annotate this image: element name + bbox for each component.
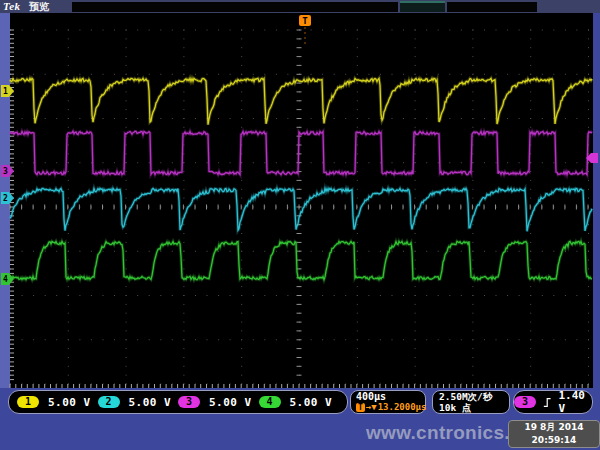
top-bar: Tek 预览 <box>0 0 600 13</box>
channel2-readout[interactable]: 2 5.00 V <box>98 396 179 409</box>
channel2-marker-label: 2 <box>3 194 8 203</box>
trigger-position-value: 13.2000μs <box>378 403 427 412</box>
waveform-plot: 3124T <box>0 0 600 450</box>
channel4-scale: 5.00 V <box>290 396 333 409</box>
trigger-position-arrows-icon: →▼ <box>366 403 377 412</box>
timebase-scale: 400μs <box>356 392 386 402</box>
menu-bar-indicator <box>400 1 445 12</box>
trigger-readout[interactable]: 3 1.40 V <box>513 390 593 414</box>
menu-bar-strip <box>72 2 398 12</box>
trigger-level: 1.40 V <box>558 389 592 415</box>
trace-glow-ch3 <box>10 131 592 174</box>
sample-rate: 2.50M次/秒 <box>439 392 492 402</box>
tek-logo: Tek <box>3 0 21 13</box>
record-length: 10k 点 <box>439 403 471 413</box>
channel4-marker-label: 4 <box>3 275 8 284</box>
channel3-scale: 5.00 V <box>209 396 252 409</box>
channel3-readout[interactable]: 3 5.00 V <box>178 396 259 409</box>
trigger-source-badge[interactable]: 3 <box>514 396 536 408</box>
channel4-readout[interactable]: 4 5.00 V <box>259 396 340 409</box>
rising-edge-icon <box>543 396 551 409</box>
channel3-badge[interactable]: 3 <box>178 396 200 408</box>
acquisition-mode-label: 预览 <box>29 0 49 13</box>
timebase-readout[interactable]: 400μs T →▼ 13.2000μs <box>350 390 426 414</box>
trigger-position-t-label: T <box>302 16 308 26</box>
datetime-box: 19 8月 2014 20:59:14 <box>508 420 600 448</box>
time-label: 20:59:14 <box>509 434 599 447</box>
trigger-t-badge-icon: T <box>356 403 365 412</box>
channel1-scale: 5.00 V <box>48 396 91 409</box>
date-label: 19 8月 2014 <box>509 421 599 434</box>
channel2-scale: 5.00 V <box>129 396 172 409</box>
oscilloscope-display: 3124T Tek 预览 1 5.00 V 2 5.00 V 3 5.00 V … <box>0 0 600 450</box>
acquisition-readout[interactable]: 2.50M次/秒 10k 点 <box>432 390 510 414</box>
trace-glow-ch1 <box>10 78 592 124</box>
channel4-badge[interactable]: 4 <box>259 396 281 408</box>
channel3-marker-label: 3 <box>3 167 8 176</box>
trace-ch3 <box>10 131 592 174</box>
menu-bar-strip-2 <box>447 2 537 12</box>
channel1-marker-label: 1 <box>3 87 8 96</box>
trigger-position-readout: T →▼ 13.2000μs <box>356 403 426 412</box>
channel2-badge[interactable]: 2 <box>98 396 120 408</box>
channel-readouts[interactable]: 1 5.00 V 2 5.00 V 3 5.00 V 4 5.00 V <box>8 390 348 414</box>
channel1-badge[interactable]: 1 <box>17 396 39 408</box>
channel1-readout[interactable]: 1 5.00 V <box>17 396 98 409</box>
